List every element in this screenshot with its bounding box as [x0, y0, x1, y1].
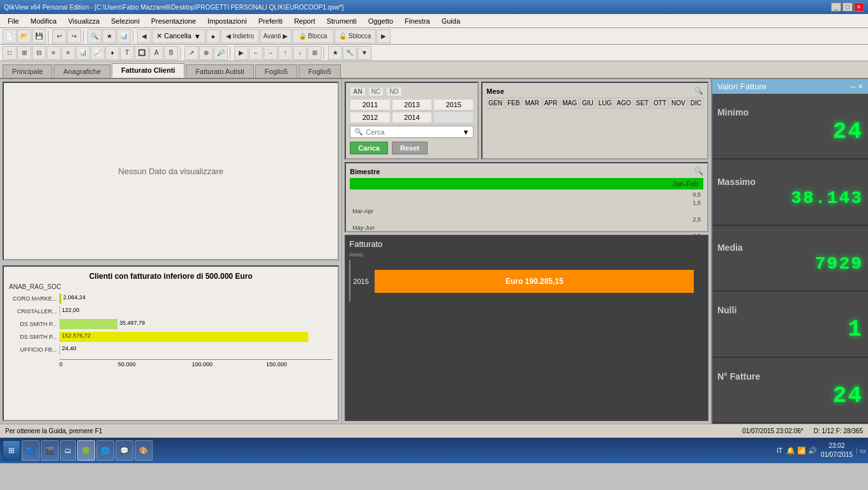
- tb-back[interactable]: ◀: [137, 29, 151, 43]
- tb2-12[interactable]: B: [164, 46, 178, 60]
- month-dic[interactable]: DIC: [689, 98, 703, 108]
- month-mag[interactable]: MAG: [560, 98, 579, 108]
- bimestre-selected-bar[interactable]: Jan-Feb: [350, 178, 703, 189]
- month-apr[interactable]: APR: [542, 98, 560, 108]
- month-ott[interactable]: OTT: [652, 98, 668, 108]
- month-nov[interactable]: NOV: [670, 98, 687, 108]
- tb2-16[interactable]: ▶: [234, 46, 248, 60]
- tb-indietro[interactable]: ◀ Indietro: [221, 29, 259, 43]
- menu-modifica[interactable]: Modifica: [26, 16, 62, 26]
- tb2-23[interactable]: 🔧: [343, 46, 357, 60]
- tb2-3[interactable]: ⊟: [32, 46, 46, 60]
- tab-principale[interactable]: Principale: [3, 64, 52, 78]
- kpi-header: Valori Fatture — ✕: [712, 79, 868, 94]
- menu-file[interactable]: File: [3, 16, 24, 26]
- tb-redo[interactable]: ↪: [67, 29, 81, 43]
- kpi-minimize[interactable]: —: [850, 83, 857, 90]
- tb2-18[interactable]: →: [264, 46, 278, 60]
- tab-anagrafiche[interactable]: Anagrafiche: [54, 64, 110, 78]
- bimestre-label-0: [352, 191, 682, 198]
- tb2-1[interactable]: □: [3, 46, 17, 60]
- tb2-5[interactable]: ≡: [61, 46, 75, 60]
- search-input[interactable]: [366, 128, 460, 136]
- tb-undo[interactable]: ↩: [52, 29, 66, 43]
- tb2-19[interactable]: ↑: [278, 46, 292, 60]
- close-button[interactable]: ✕: [854, 3, 864, 11]
- taskbar-show-desktop[interactable]: ▭: [857, 447, 865, 454]
- taskbar-icon-3[interactable]: 🗂: [60, 440, 76, 461]
- menu-strumenti[interactable]: Strumenti: [322, 16, 362, 26]
- menu-finestra[interactable]: Finestra: [400, 16, 435, 26]
- carica-button[interactable]: Carica: [350, 142, 388, 154]
- taskbar-icon-2[interactable]: 🎬: [41, 440, 59, 461]
- tb-extra[interactable]: ▶: [377, 29, 391, 43]
- menu-selezioni[interactable]: Selezioni: [106, 16, 145, 26]
- menu-guida[interactable]: Guida: [437, 16, 465, 26]
- bar-row-2: DS SMITH P... 35.497,79: [9, 318, 333, 330]
- tb2-4[interactable]: ≡: [47, 46, 61, 60]
- tb2-10[interactable]: 🔲: [135, 46, 149, 60]
- left-panel: Nessun Dato da visualizzare Clienti con …: [0, 79, 342, 424]
- menu-preferiti[interactable]: Preferiti: [253, 16, 288, 26]
- bimestre-selected-value: Jan-Feb: [673, 180, 698, 188]
- year-2015[interactable]: 2015: [433, 99, 474, 110]
- tb-star[interactable]: ★: [102, 29, 116, 43]
- taskbar-paint[interactable]: 🎨: [135, 440, 153, 461]
- tb2-24[interactable]: ▼: [357, 46, 371, 60]
- menu-oggetto[interactable]: Oggetto: [363, 16, 398, 26]
- tb2-9[interactable]: T: [120, 46, 134, 60]
- menu-presentazione[interactable]: Presentazione: [146, 16, 201, 26]
- tb2-22[interactable]: ★: [328, 46, 342, 60]
- year-2011[interactable]: 2011: [350, 99, 390, 110]
- menu-report[interactable]: Report: [289, 16, 320, 26]
- tb2-20[interactable]: ↓: [293, 46, 307, 60]
- tb-open[interactable]: 📂: [17, 29, 31, 43]
- menu-visualizza[interactable]: Visualizza: [63, 16, 105, 26]
- tab-foglio5-2[interactable]: Foglio5: [299, 64, 341, 78]
- mese-search-icon[interactable]: 🔍: [694, 87, 703, 95]
- month-ago[interactable]: AGO: [615, 98, 632, 108]
- tb2-15[interactable]: 🔎: [214, 46, 228, 60]
- kpi-close[interactable]: ✕: [858, 83, 863, 90]
- month-gen[interactable]: GEN: [486, 98, 504, 108]
- tb-save[interactable]: 💾: [32, 29, 46, 43]
- menu-impostazioni[interactable]: Impostazioni: [202, 16, 252, 26]
- taskbar-icon-1[interactable]: 🔵: [22, 440, 40, 461]
- tb2-7[interactable]: 📈: [91, 46, 105, 60]
- tb2-8[interactable]: ♦: [105, 46, 119, 60]
- month-set[interactable]: SET: [634, 98, 650, 108]
- month-lug[interactable]: LUG: [597, 98, 614, 108]
- tb-find[interactable]: 🔍: [87, 29, 101, 43]
- tb-avanti[interactable]: Avanti ▶: [260, 29, 292, 43]
- maximize-button[interactable]: □: [842, 3, 853, 11]
- dropdown-icon[interactable]: ▼: [462, 128, 469, 136]
- year-2012[interactable]: 2012: [350, 112, 390, 123]
- tab-foglio5-1[interactable]: Foglio5: [255, 64, 297, 78]
- tb-chart[interactable]: 📊: [117, 29, 131, 43]
- tab-fatturato-clienti[interactable]: Fatturato Clienti: [112, 63, 184, 78]
- tb2-6[interactable]: 📊: [76, 46, 90, 60]
- bimestre-search-icon[interactable]: 🔍: [694, 167, 703, 175]
- reset-button[interactable]: Reset: [392, 142, 428, 154]
- tb2-13[interactable]: ↗: [184, 46, 198, 60]
- tb2-11[interactable]: A: [149, 46, 163, 60]
- tb2-14[interactable]: ⊕: [199, 46, 213, 60]
- month-mar[interactable]: MAR: [523, 98, 541, 108]
- start-button[interactable]: ⊞: [3, 440, 20, 461]
- taskbar-skype[interactable]: 💬: [116, 440, 133, 461]
- taskbar-qlikview[interactable]: 🟢: [77, 440, 95, 461]
- year-2013[interactable]: 2013: [392, 99, 432, 110]
- tb2-17[interactable]: ←: [249, 46, 263, 60]
- tb-cancella[interactable]: ✕ Cancella▼: [152, 29, 206, 43]
- tb-lock[interactable]: 🔒 Blocca: [292, 29, 334, 43]
- tb2-2[interactable]: ⊞: [17, 46, 31, 60]
- tb2-21[interactable]: ⊞: [308, 46, 322, 60]
- minimize-button[interactable]: _: [831, 3, 841, 11]
- tb-new[interactable]: 📄: [3, 29, 17, 43]
- month-feb[interactable]: FEB: [505, 98, 521, 108]
- year-2014[interactable]: 2014: [392, 112, 432, 123]
- taskbar-chrome[interactable]: 🌐: [96, 440, 114, 461]
- tab-fatturato-autisti[interactable]: Fatturato Autisti: [186, 64, 253, 78]
- tb-unlock[interactable]: 🔓 Sblocca: [334, 29, 376, 43]
- month-giu[interactable]: GIU: [580, 98, 595, 108]
